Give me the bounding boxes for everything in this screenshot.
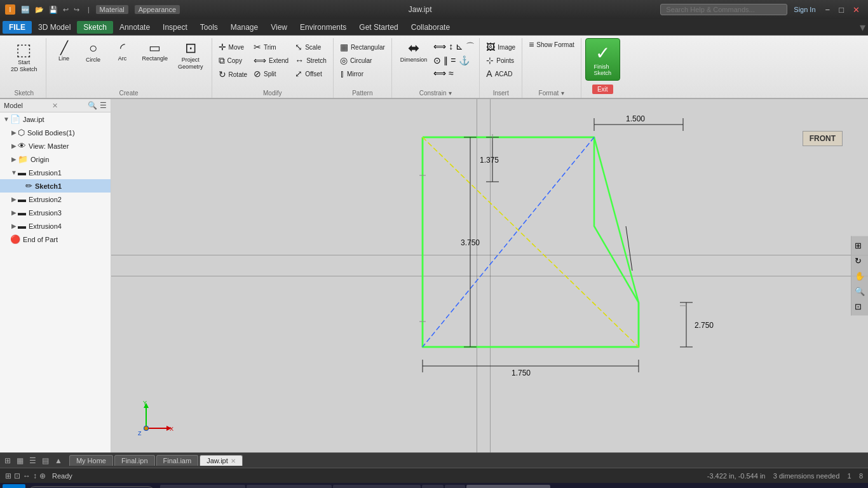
scale-btn[interactable]: ⤡Scale	[292, 41, 329, 53]
tree-item-extrusion4[interactable]: ▶ ▬ Extrusion4	[0, 219, 111, 233]
menu-file[interactable]: FILE	[3, 21, 32, 34]
constrain-h-btn[interactable]: ⟺	[433, 41, 447, 53]
start-button[interactable]: ⊞	[3, 484, 25, 488]
zoom-btn[interactable]: 🔍	[853, 285, 867, 298]
signin-btn[interactable]: Sign In	[790, 4, 819, 15]
tree-item-extrusion1[interactable]: ▼ ▬ Extrusion1	[0, 166, 111, 179]
btab-icon-3[interactable]: ☰	[27, 456, 38, 466]
menu-3d-model[interactable]: 3D Model	[32, 21, 77, 34]
status-icon-3[interactable]: ↔	[23, 471, 31, 480]
sidebar-x[interactable]: ✕	[52, 102, 58, 110]
taskbar-word[interactable]: W	[422, 485, 444, 488]
tree-item-end-of-part[interactable]: 🔴 End of Part	[0, 233, 111, 246]
new-btn[interactable]: 🆕	[19, 5, 32, 15]
image-btn[interactable]: 🖼Image	[484, 41, 518, 53]
points-btn[interactable]: ⊹Points	[484, 54, 518, 67]
status-icon-5[interactable]: ⊕	[39, 471, 46, 480]
show-format-btn[interactable]: ≡Show Format	[526, 38, 577, 51]
btab-icon-2[interactable]: ▦	[15, 456, 25, 466]
menu-expand-btn[interactable]: ▾	[860, 20, 865, 34]
dimension-btn[interactable]: ⬌ Dimension	[396, 38, 432, 67]
constrain-tan-btn[interactable]: ⌒	[465, 41, 475, 53]
tree-item-view-master[interactable]: ▶ 👁 View: Master	[0, 139, 111, 152]
menu-get-started[interactable]: Get Started	[353, 21, 404, 34]
status-icon-4[interactable]: ↕	[33, 471, 37, 480]
tree-item-jaw-ipt[interactable]: ▼ 📄 Jaw.ipt	[0, 112, 111, 126]
circular-btn[interactable]: ◎Circular	[337, 54, 388, 67]
status-icon-2[interactable]: ⊡	[14, 471, 20, 480]
taskbar-excel[interactable]: X	[445, 485, 465, 488]
tab-jaw-ipt[interactable]: Jaw.ipt ✕	[200, 455, 243, 466]
line-btn[interactable]: ╱ Line	[50, 38, 78, 65]
rotate-btn[interactable]: ↻Rotate	[216, 68, 250, 81]
arc-btn[interactable]: ◜ Arc	[109, 38, 137, 65]
save-btn[interactable]: 💾	[47, 5, 60, 15]
exit-btn[interactable]: Exit	[592, 85, 613, 94]
constrain-col-btn[interactable]: ∥	[443, 55, 449, 66]
sidebar-search-btn[interactable]: 🔍	[88, 101, 97, 110]
finish-sketch-btn[interactable]: ✓ FinishSketch	[585, 38, 620, 81]
open-btn[interactable]: 📂	[33, 5, 46, 15]
tab-final-iam[interactable]: Final.iam	[156, 455, 199, 466]
zoom-window-btn[interactable]: ⊡	[853, 300, 867, 313]
btab-expand[interactable]: ▲	[53, 456, 64, 466]
menu-collaborate[interactable]: Collaborate	[405, 21, 456, 34]
maximize-btn[interactable]: □	[836, 4, 847, 16]
btab-icon-1[interactable]: ⊞	[3, 456, 13, 466]
project-geometry-btn[interactable]: ⊡ ProjectGeometry	[173, 38, 208, 74]
offset-btn[interactable]: ⤢Offset	[292, 67, 329, 80]
menu-view[interactable]: View	[264, 21, 294, 34]
menu-manage[interactable]: Manage	[224, 21, 264, 34]
circle-btn[interactable]: ○ Circle	[79, 38, 107, 67]
constrain-perp-btn[interactable]: ⊾	[455, 41, 464, 53]
tree-item-extrusion3[interactable]: ▶ ▬ Extrusion3	[0, 206, 111, 219]
appearance-dropdown[interactable]: Appearance	[135, 5, 180, 14]
constrain-sm-btn[interactable]: ≈	[448, 67, 454, 79]
constrain-v-btn[interactable]: ↕	[448, 41, 454, 53]
tree-item-origin[interactable]: ▶ 📁 Origin	[0, 152, 111, 166]
taskbar-inventor[interactable]: I Autodesk Inventor Pr...	[466, 485, 550, 488]
split-btn[interactable]: ⊘Split	[251, 67, 291, 80]
status-icon-1[interactable]: ⊞	[5, 471, 11, 480]
view-cube-btn[interactable]: ⊞	[853, 239, 867, 252]
minimize-btn[interactable]: −	[822, 4, 834, 16]
close-btn[interactable]: ✕	[850, 4, 863, 16]
tree-item-extrusion2[interactable]: ▶ ▬ Extrusion2	[0, 193, 111, 206]
acad-btn[interactable]: AACAD	[484, 67, 518, 80]
taskbar-project-editor[interactable]: 🌐 Project Editor - Instru...	[247, 485, 332, 488]
trim-btn[interactable]: ✂Trim	[251, 41, 291, 53]
menu-environments[interactable]: Environments	[294, 21, 353, 34]
search-input[interactable]	[660, 4, 787, 15]
constrain-eq-btn[interactable]: =	[450, 55, 456, 66]
sidebar-menu-btn[interactable]: ☰	[100, 101, 107, 110]
copy-btn[interactable]: ⧉Copy	[216, 54, 250, 67]
menu-annotate[interactable]: Annotate	[113, 21, 156, 34]
rectangle-btn[interactable]: ▭ Rectangle	[138, 38, 173, 65]
pan-btn[interactable]: ✋	[853, 269, 867, 283]
undo-btn[interactable]: ↩	[61, 5, 71, 15]
tab-jaw-close[interactable]: ✕	[231, 458, 236, 464]
tree-item-sketch1[interactable]: ✏ Sketch1	[0, 179, 111, 193]
sketch-canvas[interactable]: FRONT 1.375	[111, 99, 868, 452]
constrain-coin-btn[interactable]: ⊙	[433, 55, 442, 66]
material-dropdown[interactable]: Material	[96, 5, 128, 14]
stretch-btn[interactable]: ↔Stretch	[292, 54, 329, 67]
btab-icon-4[interactable]: ▤	[40, 456, 51, 466]
tree-item-solid-bodies[interactable]: ▶ ⬡ Solid Bodies(1)	[0, 126, 111, 139]
tab-my-home[interactable]: My Home	[69, 455, 113, 466]
taskbar-explorer[interactable]: 📁 C:\Users\glassand\Pi...	[160, 485, 245, 488]
menu-inspect[interactable]: Inspect	[156, 21, 194, 34]
menu-sketch[interactable]: Sketch	[77, 21, 113, 34]
redo-btn[interactable]: ↪	[72, 5, 81, 15]
move-btn[interactable]: ✛Move	[216, 41, 250, 53]
start-2d-sketch-btn[interactable]: ⬚ Start2D Sketch	[6, 38, 42, 76]
mirror-btn[interactable]: ⫿Mirror	[337, 67, 388, 80]
orbit-btn[interactable]: ↻	[853, 254, 867, 268]
taskbar-outlook[interactable]: 📧 Inbox - glassand@ber...	[333, 485, 421, 488]
extend-btn[interactable]: ⟺Extend	[251, 54, 291, 67]
tab-final-ipn[interactable]: Final.ipn	[114, 455, 155, 466]
constrain-fix-btn[interactable]: ⚓	[458, 55, 470, 66]
constrain-sym-btn[interactable]: ⟺	[433, 67, 447, 79]
rectangular-btn[interactable]: ▦Rectangular	[337, 41, 388, 53]
menu-tools[interactable]: Tools	[194, 21, 224, 34]
